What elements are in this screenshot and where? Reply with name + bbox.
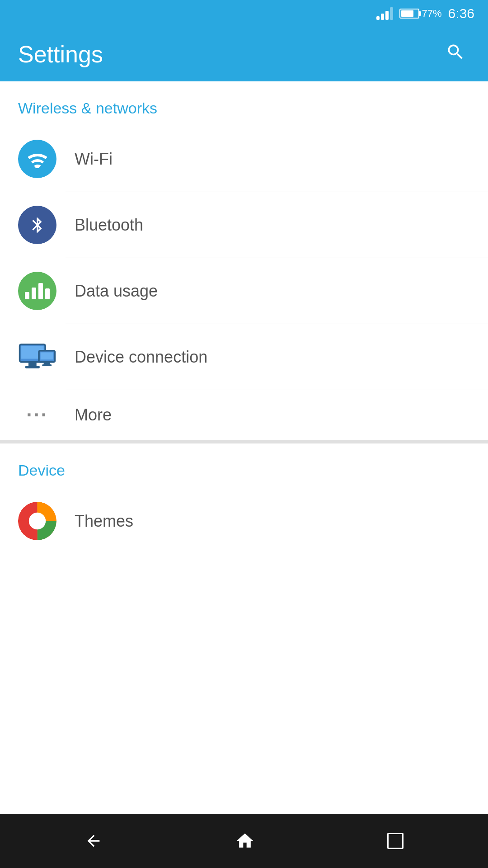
battery-fill [401,10,414,17]
bluetooth-icon [18,206,56,244]
navigation-bar [0,814,488,868]
wifi-label: Wi-Fi [75,150,113,169]
svg-rect-6 [44,362,50,364]
wifi-item[interactable]: Wi-Fi [0,126,488,192]
settings-content: Wireless & networks Wi-Fi Bluetooth [0,81,488,814]
more-icon: ··· [18,404,56,426]
more-item[interactable]: ··· More [0,390,488,440]
recent-icon [387,833,404,849]
svg-rect-7 [42,364,52,366]
home-button[interactable] [217,824,273,858]
themes-icon [18,502,56,540]
wireless-section-title: Wireless & networks [18,99,157,117]
device-connection-label: Device connection [75,348,207,367]
signal-icon [376,7,393,20]
device-section-title: Device [18,462,65,479]
device-connection-icon [18,338,56,376]
section-divider [0,440,488,443]
data-usage-icon [18,272,56,310]
themes-label: Themes [75,512,133,531]
page-title: Settings [18,41,103,68]
status-icons: 77% 6:36 [376,6,474,21]
wireless-section-header: Wireless & networks [0,81,488,126]
device-connection-item[interactable]: Device connection [0,324,488,390]
bluetooth-item[interactable]: Bluetooth [0,192,488,258]
wifi-icon [18,140,56,178]
svg-point-9 [29,513,46,529]
more-label: More [75,406,112,425]
svg-rect-5 [41,352,53,359]
recent-button[interactable] [369,826,422,856]
data-usage-label: Data usage [75,282,158,301]
back-button[interactable] [66,825,121,857]
data-usage-item[interactable]: Data usage [0,258,488,324]
battery-icon [399,9,419,19]
themes-item[interactable]: Themes [0,488,488,554]
search-button[interactable] [441,38,470,71]
bluetooth-label: Bluetooth [75,216,143,235]
svg-rect-2 [28,362,37,366]
battery-container: 77% [399,8,442,19]
app-bar: Settings [0,27,488,81]
battery-percent: 77% [422,8,442,19]
status-bar: 77% 6:36 [0,0,488,27]
device-section-header: Device [0,443,488,488]
svg-rect-3 [25,366,40,368]
status-time: 6:36 [448,6,474,21]
